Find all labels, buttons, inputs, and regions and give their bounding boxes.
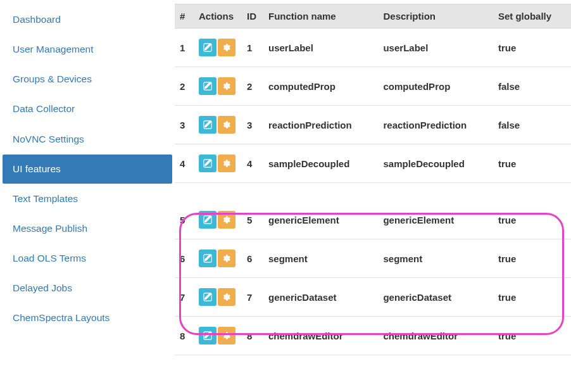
row-function-name: chemdrawEditor xyxy=(263,317,378,355)
settings-button[interactable] xyxy=(218,39,235,56)
row-description: userLabel xyxy=(378,28,493,67)
edit-icon xyxy=(203,159,212,168)
settings-button[interactable] xyxy=(218,116,235,134)
edit-button[interactable] xyxy=(199,39,216,56)
row-set-globally: true xyxy=(493,239,571,278)
features-table: # Actions ID Function name Description S… xyxy=(175,4,571,355)
row-actions xyxy=(194,106,242,144)
table-row: 22computedPropcomputedPropfalse xyxy=(175,67,571,106)
table-row: 77genericDatasetgenericDatasettrue xyxy=(175,278,571,317)
row-function-name: reactionPrediction xyxy=(263,106,378,144)
svg-point-3 xyxy=(225,85,228,87)
row-id: 4 xyxy=(242,144,263,183)
sidebar-item-novnc-settings[interactable]: NoVNC Settings xyxy=(3,125,172,154)
row-actions xyxy=(194,239,242,278)
row-function-name: genericDataset xyxy=(263,278,378,317)
edit-icon xyxy=(203,293,212,301)
row-actions xyxy=(194,28,242,67)
col-description: Description xyxy=(378,4,493,28)
row-number: 3 xyxy=(175,106,194,144)
row-id: 1 xyxy=(242,28,263,67)
settings-button[interactable] xyxy=(218,211,235,229)
settings-button[interactable] xyxy=(218,155,235,172)
edit-button[interactable] xyxy=(199,288,216,306)
edit-icon xyxy=(203,331,212,340)
row-id: 8 xyxy=(242,317,263,355)
sidebar-item-dashboard[interactable]: Dashboard xyxy=(3,5,172,34)
row-description: computedProp xyxy=(378,67,493,106)
table-row: 11userLabeluserLabeltrue xyxy=(175,28,571,67)
sidebar-item-load-ols-terms[interactable]: Load OLS Terms xyxy=(3,244,172,273)
row-set-globally: false xyxy=(493,67,571,106)
gear-icon xyxy=(222,82,231,91)
sidebar-item-chemspectra-layouts[interactable]: ChemSpectra Layouts xyxy=(3,303,172,332)
row-id: 7 xyxy=(242,278,263,317)
row-number: 1 xyxy=(175,28,194,67)
row-set-globally: true xyxy=(493,317,571,355)
row-number: 2 xyxy=(175,67,194,106)
settings-button[interactable] xyxy=(218,327,235,345)
row-actions xyxy=(194,201,242,239)
row-id: 3 xyxy=(242,106,263,144)
gear-icon xyxy=(222,120,231,129)
svg-point-13 xyxy=(225,296,228,298)
row-set-globally: false xyxy=(493,106,571,144)
svg-point-1 xyxy=(225,46,228,49)
row-description: genericElement xyxy=(378,201,493,239)
row-function-name: computedProp xyxy=(263,67,378,106)
row-actions xyxy=(194,67,242,106)
svg-point-7 xyxy=(225,162,228,165)
row-id: 6 xyxy=(242,239,263,278)
col-id: ID xyxy=(242,4,263,28)
row-function-name: userLabel xyxy=(263,28,378,67)
row-function-name: segment xyxy=(263,239,378,278)
edit-button[interactable] xyxy=(199,327,216,345)
row-set-globally: true xyxy=(493,201,571,239)
settings-button[interactable] xyxy=(218,288,235,306)
row-id: 2 xyxy=(242,67,263,106)
edit-button[interactable] xyxy=(199,116,216,134)
gear-icon xyxy=(222,43,231,52)
edit-button[interactable] xyxy=(199,155,216,172)
edit-button[interactable] xyxy=(199,211,216,229)
sidebar-item-delayed-jobs[interactable]: Delayed Jobs xyxy=(3,274,172,303)
row-id: 5 xyxy=(242,201,263,239)
row-number: 5 xyxy=(175,201,194,239)
col-function-name: Function name xyxy=(263,4,378,28)
sidebar-item-message-publish[interactable]: Message Publish xyxy=(3,214,172,243)
features-tbody: 11userLabeluserLabeltrue22computedPropco… xyxy=(175,28,571,355)
gear-icon xyxy=(222,331,231,340)
sidebar-item-data-collector[interactable]: Data Collector xyxy=(3,94,172,123)
table-row: 44sampleDecoupledsampleDecoupledtrue xyxy=(175,144,571,183)
gear-icon xyxy=(222,215,231,224)
edit-button[interactable] xyxy=(199,77,216,95)
edit-icon xyxy=(203,120,212,129)
row-function-name: sampleDecoupled xyxy=(263,144,378,183)
row-actions xyxy=(194,278,242,317)
svg-point-9 xyxy=(225,218,228,221)
sidebar-item-user-management[interactable]: User Management xyxy=(3,35,172,64)
svg-point-11 xyxy=(225,257,228,260)
row-set-globally: true xyxy=(493,278,571,317)
row-actions xyxy=(194,144,242,183)
col-num: # xyxy=(175,4,194,28)
settings-button[interactable] xyxy=(218,77,235,95)
edit-icon xyxy=(203,82,212,91)
table-row: 88chemdrawEditorchemdrawEditortrue xyxy=(175,317,571,355)
svg-point-15 xyxy=(225,334,228,337)
svg-point-5 xyxy=(225,123,228,126)
row-description: segment xyxy=(378,239,493,278)
settings-button[interactable] xyxy=(218,250,235,267)
sidebar-item-groups-devices[interactable]: Groups & Devices xyxy=(3,65,172,94)
sidebar-item-text-templates[interactable]: Text Templates xyxy=(3,184,172,213)
row-number: 4 xyxy=(175,144,194,183)
row-description: sampleDecoupled xyxy=(378,144,493,183)
row-actions xyxy=(194,317,242,355)
edit-icon xyxy=(203,43,212,52)
col-actions: Actions xyxy=(194,4,242,28)
sidebar-item-ui-features[interactable]: UI features xyxy=(3,155,172,184)
table-row: 55genericElementgenericElementtrue xyxy=(175,201,571,239)
edit-icon xyxy=(203,254,212,263)
edit-button[interactable] xyxy=(199,250,216,267)
gear-icon xyxy=(222,159,231,168)
